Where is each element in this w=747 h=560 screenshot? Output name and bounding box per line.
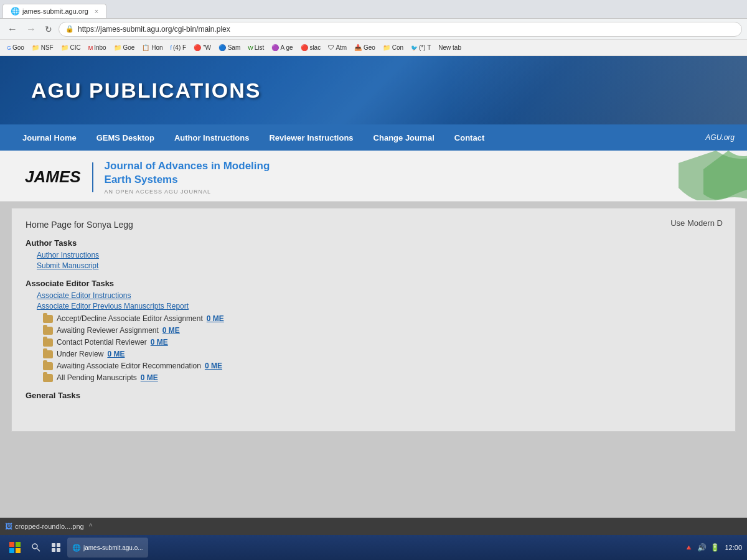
svg-rect-7 [57,543,60,547]
journal-name-block: Journal of Advances in ModelingEarth Sys… [105,159,270,195]
start-button[interactable] [5,538,25,558]
folder-item-0: Accept/Decline Associate Editor Assignme… [43,314,721,323]
folder-icon-4 [43,362,53,370]
svg-rect-9 [57,548,60,552]
associate-editor-tasks-section: Associate Editor Tasks Associate Editor … [26,279,721,382]
svg-rect-3 [16,548,21,553]
use-modern-label: Use Modern D [670,218,723,228]
journal-abbr: JAMES [25,167,81,187]
folder-item-4: Awaiting Associate Editor Recommendation… [43,362,721,370]
taskbar-sound-icon: 🔊 [697,543,707,552]
svg-rect-6 [52,543,55,547]
bottom-download-bar: 🖼 cropped-roundlo....png ^ [0,518,747,535]
taskbar-battery-icon: 🔋 [710,543,720,552]
general-tasks-title: General Tasks [26,391,721,400]
ae-instructions-link[interactable]: Associate Editor Instructions [37,291,721,300]
tab-favicon: 🌐 [11,7,20,16]
folder-link-0[interactable]: 0 ME [207,314,224,323]
author-instructions-link[interactable]: Author Instructions [37,251,721,259]
agu-header: AGU PUBLICATIONS [0,56,747,124]
author-tasks-title: Author Tasks [26,238,721,248]
bookmark-goo[interactable]: G Goo [4,43,27,52]
bookmark-age[interactable]: 🟣 A ge [268,43,296,52]
download-chevron[interactable]: ^ [89,522,93,531]
nav-change-journal[interactable]: Change Journal [364,124,444,151]
folder-text-2: Contact Potential Reviewer [57,338,147,347]
home-page-title: Home Page for Sonya Legg [26,220,721,230]
folder-icon-0 [43,315,53,323]
folder-icon-5 [43,374,53,382]
svg-line-5 [37,549,40,552]
bookmark-inbo[interactable]: M Inbo [85,43,110,52]
taskbar-search[interactable] [27,539,45,556]
svg-rect-2 [9,548,14,553]
bookmark-hon[interactable]: 📋 Hon [139,43,166,52]
folder-text-3: Under Review [57,350,103,358]
bookmarks-bar: G Goo 📁 NSF 📁 CIC M Inbo 📁 Goe 📋 Hon f (… [0,40,747,56]
folder-item-5: All Pending Manuscripts 0 ME [43,373,721,382]
nav-bar: Journal Home GEMS Desktop Author Instruc… [0,124,747,151]
bookmark-slac[interactable]: 🔴 slac [298,43,324,52]
refresh-button[interactable]: ↻ [42,23,55,35]
journal-logo-decoration [672,151,747,201]
folder-link-1[interactable]: 0 ME [162,326,180,335]
address-bar-row: ← → ↻ 🔒 https://james-submit.agu.org/cgi… [0,19,747,40]
nav-gems-desktop[interactable]: GEMS Desktop [87,124,164,151]
page-content: AGU PUBLICATIONS Journal Home GEMS Deskt… [0,56,747,535]
taskbar-task-view[interactable] [47,539,65,556]
bookmark-con[interactable]: 📁 Con [380,43,406,52]
bookmark-nsf[interactable]: 📁 NSF [29,43,57,52]
associate-editor-tasks-title: Associate Editor Tasks [26,279,721,288]
bookmark-list[interactable]: W List [245,43,267,52]
folder-link-4[interactable]: 0 ME [205,362,222,370]
folder-item-2: Contact Potential Reviewer 0 ME [43,338,721,347]
taskbar-right: 🔺 🔊 🔋 12:00 [684,543,742,552]
bookmark-w[interactable]: 🔴 "W [190,43,214,52]
bookmark-twitter[interactable]: 🐦 (*) T [408,43,434,52]
nav-reviewer-instructions[interactable]: Reviewer Instructions [259,124,363,151]
folder-link-3[interactable]: 0 ME [107,350,125,358]
folder-item-3: Under Review 0 ME [43,350,721,358]
svg-point-4 [32,544,37,549]
svg-rect-1 [16,542,21,547]
url-text: https://james-submit.agu.org/cgi-bin/mai… [78,25,230,34]
folder-text-1: Awaiting Reviewer Assignment [57,326,159,335]
taskbar-icons: 🔺 🔊 🔋 [684,543,720,552]
folder-link-5[interactable]: 0 ME [141,373,158,382]
folder-link-2[interactable]: 0 ME [151,338,168,347]
bookmark-sam[interactable]: 🔵 Sam [215,43,243,52]
bookmark-atm[interactable]: 🛡 Atm [325,43,350,52]
folder-item-1: Awaiting Reviewer Assignment 0 ME [43,326,721,335]
file-icon: 🖼 [5,522,12,531]
journal-name: Journal of Advances in ModelingEarth Sys… [105,159,270,187]
nav-contact[interactable]: Contact [444,124,494,151]
bookmark-newtab[interactable]: New tab [435,43,464,52]
nav-author-instructions[interactable]: Author Instructions [164,124,260,151]
download-filename: cropped-roundlo....png [15,523,84,530]
folder-text-0: Accept/Decline Associate Editor Assignme… [57,314,203,323]
folder-icon-2 [43,338,53,347]
taskbar-wifi-icon: 🔺 [684,543,693,552]
taskbar-chrome[interactable]: 🌐 james-submit.agu.o... [67,538,148,558]
tab-label: james-submit.agu.org [22,7,88,15]
bookmark-goe[interactable]: 📁 Goe [111,43,138,52]
ae-previous-manuscripts-link[interactable]: Associate Editor Previous Manuscripts Re… [37,302,721,310]
svg-rect-8 [52,548,55,552]
main-content-area: Use Modern D Home Page for Sonya Legg Au… [11,208,736,432]
bookmark-cic[interactable]: 📁 CIC [58,43,84,52]
forward-button[interactable]: → [24,22,39,36]
active-tab[interactable]: 🌐 james-submit.agu.org × [2,4,106,18]
tab-close[interactable]: × [95,7,98,15]
submit-manuscript-link[interactable]: Submit Manuscript [37,261,721,270]
nav-journal-home[interactable]: Journal Home [12,124,87,151]
nav-right-label: AGU.org [705,133,735,142]
bookmark-geo[interactable]: 📥 Geo [351,43,378,52]
bookmark-fb[interactable]: f (4) F [167,43,190,52]
journal-info-bar: JAMES Journal of Advances in ModelingEar… [0,151,747,202]
folder-icon-3 [43,350,53,358]
address-bar[interactable]: 🔒 https://james-submit.agu.org/cgi-bin/m… [59,22,742,37]
browser-tabs-bar: 🌐 james-submit.agu.org × [0,0,747,19]
back-button[interactable]: ← [5,22,20,36]
lock-icon: 🔒 [65,25,74,33]
general-tasks-section: General Tasks [26,391,721,400]
